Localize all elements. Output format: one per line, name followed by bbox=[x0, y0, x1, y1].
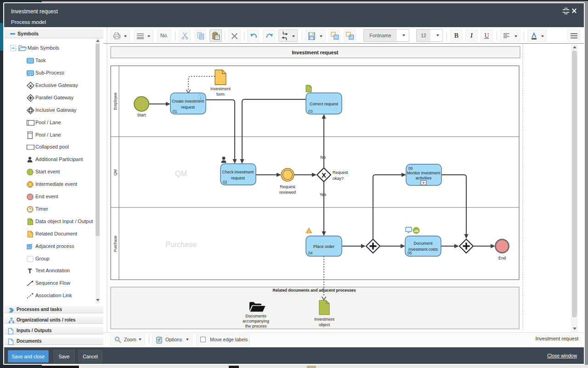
svg-text:Related documents and adjacent: Related documents and adjacent processes bbox=[272, 288, 356, 293]
svg-text:Purchase: Purchase bbox=[165, 241, 197, 248]
svg-text:form: form bbox=[216, 92, 225, 97]
svg-text:Document: Document bbox=[413, 241, 433, 246]
svg-text:Start: Start bbox=[137, 113, 146, 117]
svg-text:object: object bbox=[319, 322, 330, 327]
svg-text:Check investment: Check investment bbox=[222, 170, 254, 174]
svg-text:request: request bbox=[181, 105, 195, 109]
svg-text:Investment: Investment bbox=[210, 86, 231, 91]
svg-text:QM: QM bbox=[113, 169, 118, 176]
svg-text:reviewed: reviewed bbox=[279, 190, 296, 195]
svg-text:accompanying: accompanying bbox=[243, 319, 269, 323]
svg-text:okay?: okay? bbox=[333, 176, 344, 181]
svg-text:02: 02 bbox=[223, 180, 227, 184]
svg-text:activities: activities bbox=[416, 176, 432, 180]
svg-text:QM: QM bbox=[175, 170, 187, 178]
svg-text:Request: Request bbox=[280, 184, 295, 189]
svg-text:No: No bbox=[320, 155, 326, 160]
svg-text:X: X bbox=[322, 171, 326, 179]
svg-text:investment costs: investment costs bbox=[408, 247, 438, 252]
svg-text:Correct request: Correct request bbox=[310, 102, 339, 106]
svg-text:Monitor investment: Monitor investment bbox=[407, 171, 441, 175]
svg-text:!: ! bbox=[308, 229, 310, 234]
svg-text:End: End bbox=[498, 256, 506, 260]
svg-text:01: 01 bbox=[173, 109, 177, 114]
svg-text:Purchase: Purchase bbox=[113, 236, 118, 252]
svg-text:Place order: Place order bbox=[313, 244, 334, 249]
svg-text:Employee: Employee bbox=[113, 92, 118, 110]
svg-text:03: 03 bbox=[308, 109, 313, 114]
svg-text:Request: Request bbox=[333, 170, 348, 175]
svg-text:04: 04 bbox=[308, 251, 313, 255]
svg-text:Create investment: Create investment bbox=[172, 99, 204, 104]
svg-text:Investment: Investment bbox=[314, 317, 335, 322]
svg-text:05: 05 bbox=[407, 251, 412, 255]
svg-text:Investment request: Investment request bbox=[292, 50, 339, 55]
svg-text:request: request bbox=[231, 176, 245, 180]
svg-text:the process: the process bbox=[245, 324, 267, 328]
svg-text:06: 06 bbox=[408, 166, 413, 171]
svg-text:Documents: Documents bbox=[245, 314, 266, 318]
svg-text:Yes: Yes bbox=[320, 192, 327, 197]
